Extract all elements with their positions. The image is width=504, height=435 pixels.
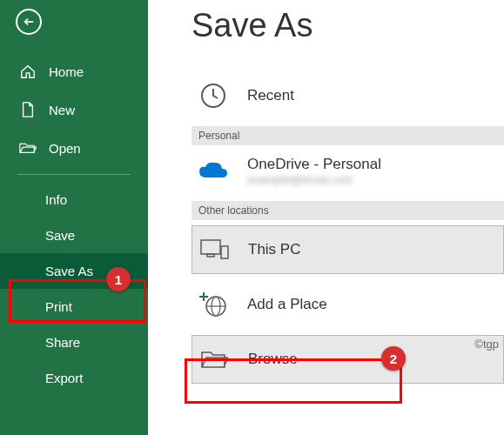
nav-info[interactable]: Info bbox=[0, 182, 148, 218]
location-label: Browse bbox=[248, 351, 298, 368]
location-label: This PC bbox=[248, 241, 300, 258]
location-label: Add a Place bbox=[247, 296, 327, 313]
annotation-marker-2: 2 bbox=[381, 346, 406, 371]
location-recent[interactable]: Recent bbox=[192, 70, 504, 121]
nav-print[interactable]: Print bbox=[0, 289, 148, 325]
nav-share[interactable]: Share bbox=[0, 325, 148, 360]
folder-open-icon bbox=[19, 139, 37, 157]
nav-label: Open bbox=[49, 141, 81, 156]
svg-rect-3 bbox=[221, 246, 228, 258]
nav-new[interactable]: New bbox=[0, 90, 148, 129]
section-personal: Personal bbox=[192, 126, 504, 145]
nav-label: Home bbox=[49, 64, 84, 79]
location-label: Recent bbox=[247, 87, 294, 104]
nav-save[interactable]: Save bbox=[0, 218, 148, 253]
divider bbox=[17, 174, 131, 175]
onedrive-icon bbox=[197, 154, 230, 187]
home-icon bbox=[19, 63, 37, 80]
computer-icon bbox=[198, 233, 231, 266]
new-file-icon bbox=[19, 101, 37, 118]
folder-icon bbox=[198, 343, 231, 376]
page-title: Save As bbox=[192, 7, 504, 44]
section-other: Other locations bbox=[192, 201, 504, 220]
nav-label: New bbox=[49, 103, 75, 117]
location-sublabel: example@email.com bbox=[247, 173, 381, 186]
location-browse[interactable]: Browse bbox=[192, 335, 504, 384]
watermark: ©tgp bbox=[474, 338, 499, 351]
location-onedrive[interactable]: OneDrive - Personal example@email.com bbox=[192, 145, 504, 196]
location-this-pc[interactable]: This PC bbox=[192, 225, 504, 274]
annotation-marker-1: 1 bbox=[106, 267, 131, 291]
nav-label: Share bbox=[45, 335, 80, 350]
back-button[interactable] bbox=[16, 9, 42, 35]
main-panel: Save As Recent Personal OneDrive - Perso… bbox=[148, 0, 504, 435]
nav-home[interactable]: Home bbox=[0, 52, 148, 90]
nav-label: Info bbox=[45, 192, 67, 207]
nav-export[interactable]: Export bbox=[0, 360, 148, 396]
sidebar: Home New Open Info Save Save As Print Sh… bbox=[0, 0, 148, 435]
location-label: OneDrive - Personal bbox=[247, 156, 381, 173]
clock-icon bbox=[197, 79, 230, 112]
nav-label: Save As bbox=[45, 264, 93, 278]
location-add-place[interactable]: Add a Place bbox=[192, 279, 504, 330]
nav-open[interactable]: Open bbox=[0, 129, 148, 167]
svg-rect-1 bbox=[201, 240, 220, 254]
svg-rect-2 bbox=[207, 254, 214, 257]
nav-label: Export bbox=[45, 371, 83, 385]
arrow-left-icon bbox=[23, 16, 35, 28]
add-place-icon bbox=[197, 288, 230, 321]
nav-label: Save bbox=[45, 228, 75, 243]
nav-label: Print bbox=[45, 299, 72, 314]
